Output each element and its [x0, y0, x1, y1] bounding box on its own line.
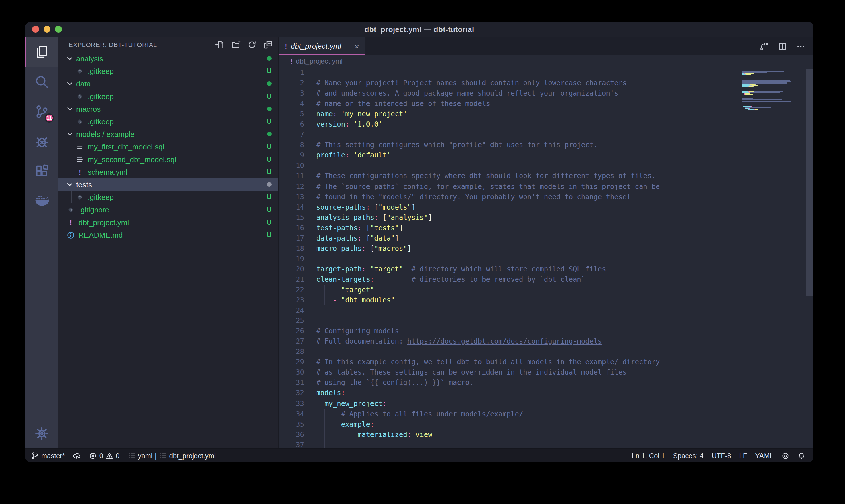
status-eol[interactable]: LF [739, 452, 747, 460]
code-line[interactable]: 9profile: 'default' [279, 150, 813, 161]
code-line[interactable]: 1 [279, 68, 813, 78]
tree-file-dbt-project-yml[interactable]: !dbt_project.ymlU [58, 216, 278, 229]
tree-file--gitignore[interactable]: .gitignoreU [58, 203, 278, 216]
code-line[interactable]: 8# This setting configures which "profil… [279, 140, 813, 150]
line-number: 34 [279, 409, 304, 419]
minimize-window-button[interactable] [43, 26, 50, 33]
status-encoding[interactable]: UTF-8 [712, 452, 731, 460]
code-line[interactable]: 6version: '1.0.0' [279, 119, 813, 129]
code-line[interactable]: 20target-path: "target" # directory whic… [279, 264, 813, 274]
line-number: 1 [279, 68, 304, 78]
status-sync[interactable] [73, 452, 81, 460]
code-area[interactable]: 12# Name your project! Project names sho… [279, 68, 813, 448]
open-changes-icon[interactable] [760, 41, 769, 51]
tab-dbt-project-yml[interactable]: ! dbt_project.yml × [279, 37, 365, 55]
status-feedback[interactable] [781, 452, 789, 460]
status-notifications[interactable] [797, 452, 806, 460]
minimap-line [742, 80, 806, 81]
tree-file--gitkeep[interactable]: .gitkeepU [58, 191, 278, 203]
code-line[interactable]: 10 [279, 161, 813, 171]
status-selection-info[interactable]: yaml|dbt_project.yml [127, 452, 216, 460]
activity-item-explorer[interactable] [25, 37, 58, 67]
tree-file-my-first-dbt-model-sql[interactable]: my_first_dbt_model.sqlU [58, 140, 278, 153]
code-line-text: name: 'my_new_project' [304, 109, 407, 119]
code-line[interactable]: 37 [279, 439, 813, 448]
code-line[interactable]: 29# In this example config, we tell dbt … [279, 357, 813, 367]
new-folder-button[interactable] [231, 40, 240, 49]
close-window-button[interactable] [32, 26, 39, 33]
code-line[interactable]: 13# found in the "models/" directory. Yo… [279, 192, 813, 202]
status-git-branch[interactable]: master* [31, 452, 65, 460]
code-line[interactable]: 15analysis-paths: ["analysis"] [279, 212, 813, 222]
status-language-mode[interactable]: YAML [755, 452, 773, 460]
code-line[interactable]: 25 [279, 316, 813, 326]
code-line[interactable]: 27# Full documentation: https://docs.get… [279, 336, 813, 346]
tree-file--gitkeep[interactable]: .gitkeepU [58, 90, 278, 103]
git-untracked-badge: U [267, 92, 278, 100]
tree-folder-tests[interactable]: tests [58, 178, 278, 191]
titlebar[interactable]: dbt_project.yml — dbt-tutorial [25, 22, 813, 37]
scrollbar-thumb[interactable] [806, 69, 813, 296]
code-line[interactable]: 31# using the `{{ config(...) }}` macro. [279, 378, 813, 388]
tree-file-schema-yml[interactable]: !schema.ymlU [58, 165, 278, 178]
code-line[interactable]: 28 [279, 347, 813, 357]
code-line[interactable]: 18macro-paths: ["macros"] [279, 244, 813, 254]
activity-item-run-debug[interactable] [25, 127, 58, 156]
status-indentation[interactable]: Spaces: 4 [673, 452, 704, 460]
minimap[interactable] [742, 69, 806, 112]
code-line[interactable]: 3# and underscores. A good package name … [279, 88, 813, 98]
code-line-text: # The `source-paths` config, for example… [304, 181, 660, 192]
code-line[interactable]: 4# name or the intended use of these mod… [279, 98, 813, 109]
activity-item-settings[interactable] [25, 419, 58, 448]
activity-item-extensions[interactable] [25, 156, 58, 186]
code-line[interactable]: 32models: [279, 388, 813, 398]
code-line[interactable]: 36 materialized: view [279, 429, 813, 439]
code-line[interactable]: 26# Configuring models [279, 326, 813, 336]
code-line[interactable]: 23 - "dbt_modules" [279, 295, 813, 305]
code-line[interactable]: 33 my_new_project: [279, 398, 813, 409]
editor-actions [760, 37, 813, 55]
code-line[interactable]: 14source-paths: ["models"] [279, 202, 813, 212]
tree-file-readme-md[interactable]: README.mdU [58, 229, 278, 241]
status-problems[interactable]: 00 [89, 452, 120, 460]
tree-folder-models-example[interactable]: models / example [58, 128, 278, 140]
tree-folder-data[interactable]: data [58, 77, 278, 90]
zoom-window-button[interactable] [55, 26, 62, 33]
code-line[interactable]: 30# as tables. These settings can be ove… [279, 367, 813, 378]
status-text: master* [41, 452, 65, 460]
code-line[interactable]: 16test-paths: ["tests"] [279, 222, 813, 233]
code-line[interactable]: 35 example: [279, 419, 813, 429]
code-line[interactable]: 2# Name your project! Project names shou… [279, 78, 813, 88]
code-line[interactable]: 24 [279, 305, 813, 316]
refresh-button[interactable] [248, 40, 257, 49]
more-actions-icon[interactable] [796, 41, 806, 51]
breadcrumb[interactable]: ! dbt_project.yml [279, 55, 813, 68]
code-line[interactable]: 11# These configurations specify where d… [279, 171, 813, 181]
code-line[interactable]: 19 [279, 254, 813, 264]
code-line-text: # This setting configures which "profile… [304, 140, 598, 150]
status-cursor-position[interactable]: Ln 1, Col 1 [632, 452, 665, 460]
tree-file-my-second-dbt-model-sql[interactable]: my_second_dbt_model.sqlU [58, 153, 278, 165]
activity-item-docker[interactable] [25, 186, 58, 216]
code-line[interactable]: 17data-paths: ["data"] [279, 233, 813, 244]
editor-body[interactable]: 12# Name your project! Project names sho… [279, 68, 813, 448]
tree-item-label: .gitkeep [88, 193, 267, 201]
code-line[interactable]: 7 [279, 130, 813, 140]
code-line[interactable]: 12# The `source-paths` config, for examp… [279, 181, 813, 192]
code-line[interactable]: 5name: 'my_new_project' [279, 109, 813, 119]
code-line[interactable]: 34 # Applies to all files under models/e… [279, 409, 813, 419]
close-tab-icon[interactable]: × [355, 41, 359, 51]
tree-file--gitkeep[interactable]: .gitkeepU [58, 65, 278, 77]
tree-folder-analysis[interactable]: analysis [58, 52, 278, 65]
tree-folder-macros[interactable]: macros [58, 103, 278, 115]
activity-item-source-control[interactable]: 11 [25, 97, 58, 127]
collapse-all-button[interactable] [264, 40, 273, 49]
code-line[interactable]: 21clean-targets: # directories to be rem… [279, 274, 813, 285]
tree-file--gitkeep[interactable]: .gitkeepU [58, 115, 278, 128]
line-number: 11 [279, 171, 304, 181]
doc-link[interactable]: https://docs.getdbt.com/docs/configuring… [407, 337, 602, 345]
split-editor-icon[interactable] [778, 41, 787, 51]
activity-item-search[interactable] [25, 67, 58, 97]
new-file-button[interactable] [215, 40, 224, 49]
code-line[interactable]: 22 - "target" [279, 285, 813, 295]
